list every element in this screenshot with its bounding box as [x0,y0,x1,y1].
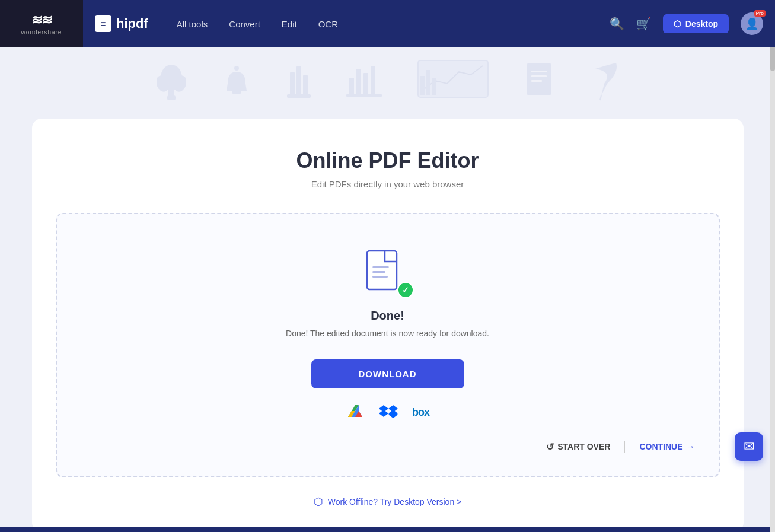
arrow-right-icon: → [687,442,695,451]
svg-rect-13 [356,69,361,94]
main-card: Online PDF Editor Edit PDFs directly in … [32,119,744,532]
svg-rect-11 [287,94,311,98]
start-over-label: START OVER [557,442,610,451]
svg-rect-26 [367,251,397,289]
box-icon: box [412,406,429,419]
desktop-small-icon: ⬡ [314,495,323,508]
svg-point-6 [234,66,239,71]
hero-icon-chart [346,60,382,106]
svg-rect-27 [372,266,389,268]
float-message-button[interactable]: ✉ [735,432,763,461]
main-content: Online PDF Editor Edit PDFs directly in … [0,119,775,532]
navbar: ≋≋ wondershare ≡ hipdf All tools Convert… [0,0,775,47]
upload-area: ✓ Done! Done! The edited document is now… [56,213,720,477]
cart-icon: 🛒 [636,17,651,31]
svg-marker-38 [388,411,398,418]
svg-marker-36 [379,410,388,417]
actions-divider [624,441,625,453]
nav-actions: 🔍 🛒 ⬡ Desktop 👤 Pro [610,12,763,35]
work-offline-link[interactable]: Work Offline? Try Desktop Version > [328,497,462,506]
cart-button[interactable]: 🛒 [636,17,651,31]
hero-icon-bell [222,60,251,106]
success-icon: ✓ [364,250,412,297]
hipdf-logo[interactable]: ≡ hipdf [95,15,148,32]
svg-rect-10 [303,75,308,95]
nav-edit[interactable]: Edit [282,19,297,29]
hero-background [0,47,775,119]
avatar-icon: 👤 [745,17,758,30]
download-button[interactable]: DOWNLOAD [311,359,464,388]
svg-rect-18 [420,77,424,94]
avatar[interactable]: 👤 Pro [741,12,763,35]
done-title: Done! [371,309,404,323]
check-badge: ✓ [397,282,414,298]
desktop-button[interactable]: ⬡ Desktop [663,14,729,33]
nav-ocr[interactable]: OCR [318,19,338,29]
search-icon: 🔍 [610,17,624,31]
bottom-bar [0,527,775,532]
dropbox-icon [379,404,398,420]
svg-rect-9 [296,66,301,95]
svg-rect-16 [346,94,382,97]
nav-links: All tools Convert Edit OCR [177,19,610,29]
continue-label: CONTINUE [639,442,682,451]
hipdf-icon: ≡ [95,15,111,32]
google-drive-button[interactable] [346,403,365,422]
svg-rect-22 [531,71,547,72]
start-over-button[interactable]: ↺ START OVER [546,441,610,453]
svg-rect-19 [426,71,430,94]
work-offline-section: ⬡ Work Offline? Try Desktop Version > [56,495,720,508]
hero-icon-quill [589,60,619,106]
svg-rect-15 [371,66,375,94]
hero-icon-graph [417,60,489,106]
hero-icon-document [524,60,554,106]
svg-rect-7 [235,91,238,94]
wondershare-icon: ≋≋ [31,12,52,28]
desktop-icon: ⬡ [674,19,681,28]
scrollbar[interactable] [770,0,775,532]
svg-rect-4 [167,95,176,100]
svg-rect-23 [531,75,547,77]
svg-rect-28 [372,271,385,273]
refresh-icon: ↺ [546,441,554,453]
svg-rect-8 [290,72,295,95]
pro-badge: Pro [754,10,766,17]
hero-icons [157,60,619,106]
dropbox-button[interactable] [379,404,398,420]
message-icon: ✉ [744,439,754,454]
nav-all-tools[interactable]: All tools [177,19,208,29]
continue-button[interactable]: CONTINUE → [639,442,694,451]
google-drive-icon [346,403,365,422]
wondershare-text: wondershare [21,29,62,36]
box-button[interactable]: box [412,406,429,419]
nav-convert[interactable]: Convert [229,19,260,29]
hero-icon-plant [157,60,186,106]
svg-rect-12 [349,78,354,94]
page-title: Online PDF Editor [56,148,720,173]
done-subtitle: Done! The edited document is now ready f… [286,329,489,338]
wondershare-logo: ≋≋ wondershare [0,0,83,47]
search-button[interactable]: 🔍 [610,17,624,31]
bottom-actions: ↺ START OVER CONTINUE → [81,441,695,453]
svg-line-25 [600,95,601,100]
svg-rect-14 [363,73,368,94]
page-subtitle: Edit PDFs directly in your web browser [56,179,720,189]
cloud-save-icons: box [346,403,429,422]
svg-rect-29 [372,276,388,278]
hipdf-brand-name: hipdf [116,16,148,31]
desktop-button-label: Desktop [685,19,718,28]
hero-icon-pencils [287,60,311,106]
svg-rect-20 [432,79,436,94]
svg-rect-21 [527,63,551,95]
svg-rect-24 [531,80,542,82]
